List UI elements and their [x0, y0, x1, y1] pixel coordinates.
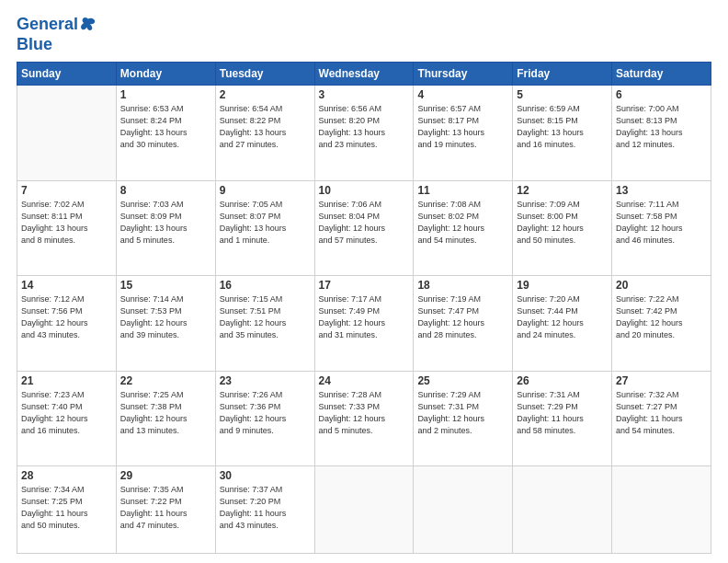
day-info: Sunrise: 7:20 AM Sunset: 7:44 PM Dayligh…	[517, 293, 608, 341]
day-info: Sunrise: 6:57 AM Sunset: 8:17 PM Dayligh…	[417, 103, 508, 151]
calendar-cell: 30Sunrise: 7:37 AM Sunset: 7:20 PM Dayli…	[215, 466, 314, 554]
calendar-cell: 13Sunrise: 7:11 AM Sunset: 7:58 PM Dayli…	[612, 180, 711, 275]
calendar-cell: 19Sunrise: 7:20 AM Sunset: 7:44 PM Dayli…	[513, 276, 612, 371]
day-number: 14	[21, 279, 112, 292]
day-info: Sunrise: 7:08 AM Sunset: 8:02 PM Dayligh…	[417, 199, 508, 247]
day-number: 9	[220, 184, 311, 197]
calendar-cell: 2Sunrise: 6:54 AM Sunset: 8:22 PM Daylig…	[215, 86, 314, 180]
day-info: Sunrise: 6:59 AM Sunset: 8:15 PM Dayligh…	[517, 103, 608, 151]
day-number: 28	[21, 469, 112, 482]
calendar-cell: 26Sunrise: 7:31 AM Sunset: 7:29 PM Dayli…	[513, 371, 612, 465]
day-info: Sunrise: 7:35 AM Sunset: 7:22 PM Dayligh…	[120, 484, 211, 532]
calendar-cell: 17Sunrise: 7:17 AM Sunset: 7:49 PM Dayli…	[314, 276, 414, 371]
logo-bird-icon	[80, 16, 97, 32]
day-number: 13	[616, 184, 707, 197]
calendar-cell: 4Sunrise: 6:57 AM Sunset: 8:17 PM Daylig…	[414, 86, 513, 180]
day-info: Sunrise: 7:09 AM Sunset: 8:00 PM Dayligh…	[517, 199, 608, 247]
day-number: 25	[417, 374, 508, 387]
day-info: Sunrise: 7:23 AM Sunset: 7:40 PM Dayligh…	[21, 389, 112, 437]
day-info: Sunrise: 6:53 AM Sunset: 8:24 PM Dayligh…	[120, 103, 211, 151]
calendar-cell: 18Sunrise: 7:19 AM Sunset: 7:47 PM Dayli…	[414, 276, 513, 371]
weekday-header-friday: Friday	[513, 63, 612, 86]
day-info: Sunrise: 7:17 AM Sunset: 7:49 PM Dayligh…	[319, 293, 410, 341]
day-number: 29	[120, 469, 211, 482]
calendar-cell	[17, 86, 117, 180]
day-number: 30	[220, 469, 311, 482]
day-number: 22	[120, 374, 211, 387]
day-number: 27	[616, 374, 707, 387]
calendar-cell	[414, 466, 513, 554]
page: General Blue SundayMondayTuesdayWednesda…	[0, 0, 728, 563]
day-number: 21	[21, 374, 112, 387]
calendar-cell: 7Sunrise: 7:02 AM Sunset: 8:11 PM Daylig…	[17, 180, 117, 275]
weekday-header-saturday: Saturday	[612, 63, 711, 86]
day-number: 4	[417, 88, 508, 101]
day-info: Sunrise: 7:05 AM Sunset: 8:07 PM Dayligh…	[220, 199, 311, 247]
calendar-table: SundayMondayTuesdayWednesdayThursdayFrid…	[17, 62, 711, 554]
calendar-cell: 1Sunrise: 6:53 AM Sunset: 8:24 PM Daylig…	[116, 86, 215, 180]
day-info: Sunrise: 7:28 AM Sunset: 7:33 PM Dayligh…	[319, 389, 410, 437]
calendar-cell: 22Sunrise: 7:25 AM Sunset: 7:38 PM Dayli…	[116, 371, 215, 465]
calendar-cell: 16Sunrise: 7:15 AM Sunset: 7:51 PM Dayli…	[215, 276, 314, 371]
day-number: 15	[120, 279, 211, 292]
day-info: Sunrise: 7:12 AM Sunset: 7:56 PM Dayligh…	[21, 293, 112, 341]
day-info: Sunrise: 7:15 AM Sunset: 7:51 PM Dayligh…	[220, 293, 311, 341]
day-info: Sunrise: 7:25 AM Sunset: 7:38 PM Dayligh…	[120, 389, 211, 437]
day-info: Sunrise: 7:14 AM Sunset: 7:53 PM Dayligh…	[120, 293, 211, 341]
day-info: Sunrise: 7:06 AM Sunset: 8:04 PM Dayligh…	[319, 199, 410, 247]
day-number: 24	[319, 374, 410, 387]
weekday-header-row: SundayMondayTuesdayWednesdayThursdayFrid…	[17, 63, 711, 86]
calendar-cell: 20Sunrise: 7:22 AM Sunset: 7:42 PM Dayli…	[612, 276, 711, 371]
day-info: Sunrise: 7:19 AM Sunset: 7:47 PM Dayligh…	[417, 293, 508, 341]
day-number: 7	[21, 184, 112, 197]
day-number: 1	[120, 88, 211, 101]
day-number: 6	[616, 88, 707, 101]
calendar-cell: 27Sunrise: 7:32 AM Sunset: 7:27 PM Dayli…	[612, 371, 711, 465]
header: General Blue	[17, 15, 711, 54]
calendar-cell: 24Sunrise: 7:28 AM Sunset: 7:33 PM Dayli…	[314, 371, 414, 465]
calendar-cell: 3Sunrise: 6:56 AM Sunset: 8:20 PM Daylig…	[314, 86, 414, 180]
day-number: 19	[517, 279, 608, 292]
weekday-header-thursday: Thursday	[414, 63, 513, 86]
calendar-cell: 25Sunrise: 7:29 AM Sunset: 7:31 PM Dayli…	[414, 371, 513, 465]
day-number: 16	[220, 279, 311, 292]
day-info: Sunrise: 7:29 AM Sunset: 7:31 PM Dayligh…	[417, 389, 508, 437]
weekday-header-wednesday: Wednesday	[314, 63, 414, 86]
logo-text-line2: Blue	[17, 35, 52, 55]
day-info: Sunrise: 7:11 AM Sunset: 7:58 PM Dayligh…	[616, 199, 707, 247]
week-row-4: 21Sunrise: 7:23 AM Sunset: 7:40 PM Dayli…	[17, 371, 711, 465]
day-number: 17	[319, 279, 410, 292]
calendar-cell	[513, 466, 612, 554]
weekday-header-monday: Monday	[116, 63, 215, 86]
day-info: Sunrise: 7:03 AM Sunset: 8:09 PM Dayligh…	[120, 199, 211, 247]
weekday-header-sunday: Sunday	[17, 63, 117, 86]
day-number: 8	[120, 184, 211, 197]
calendar-cell: 8Sunrise: 7:03 AM Sunset: 8:09 PM Daylig…	[116, 180, 215, 275]
day-info: Sunrise: 7:37 AM Sunset: 7:20 PM Dayligh…	[220, 484, 311, 532]
calendar-cell: 14Sunrise: 7:12 AM Sunset: 7:56 PM Dayli…	[17, 276, 117, 371]
week-row-2: 7Sunrise: 7:02 AM Sunset: 8:11 PM Daylig…	[17, 180, 711, 275]
day-info: Sunrise: 7:26 AM Sunset: 7:36 PM Dayligh…	[220, 389, 311, 437]
day-number: 5	[517, 88, 608, 101]
calendar-cell	[314, 466, 414, 554]
calendar-cell: 12Sunrise: 7:09 AM Sunset: 8:00 PM Dayli…	[513, 180, 612, 275]
week-row-5: 28Sunrise: 7:34 AM Sunset: 7:25 PM Dayli…	[17, 466, 711, 554]
weekday-header-tuesday: Tuesday	[215, 63, 314, 86]
calendar-cell: 5Sunrise: 6:59 AM Sunset: 8:15 PM Daylig…	[513, 86, 612, 180]
day-number: 3	[319, 88, 410, 101]
calendar-cell: 21Sunrise: 7:23 AM Sunset: 7:40 PM Dayli…	[17, 371, 117, 465]
day-number: 23	[220, 374, 311, 387]
logo: General Blue	[17, 15, 97, 54]
calendar-cell: 23Sunrise: 7:26 AM Sunset: 7:36 PM Dayli…	[215, 371, 314, 465]
day-number: 10	[319, 184, 410, 197]
week-row-1: 1Sunrise: 6:53 AM Sunset: 8:24 PM Daylig…	[17, 86, 711, 180]
calendar-cell: 28Sunrise: 7:34 AM Sunset: 7:25 PM Dayli…	[17, 466, 117, 554]
day-number: 18	[417, 279, 508, 292]
calendar-cell	[612, 466, 711, 554]
day-info: Sunrise: 7:22 AM Sunset: 7:42 PM Dayligh…	[616, 293, 707, 341]
day-info: Sunrise: 6:54 AM Sunset: 8:22 PM Dayligh…	[220, 103, 311, 151]
day-info: Sunrise: 7:32 AM Sunset: 7:27 PM Dayligh…	[616, 389, 707, 437]
calendar-cell: 15Sunrise: 7:14 AM Sunset: 7:53 PM Dayli…	[116, 276, 215, 371]
day-number: 2	[220, 88, 311, 101]
day-number: 26	[517, 374, 608, 387]
